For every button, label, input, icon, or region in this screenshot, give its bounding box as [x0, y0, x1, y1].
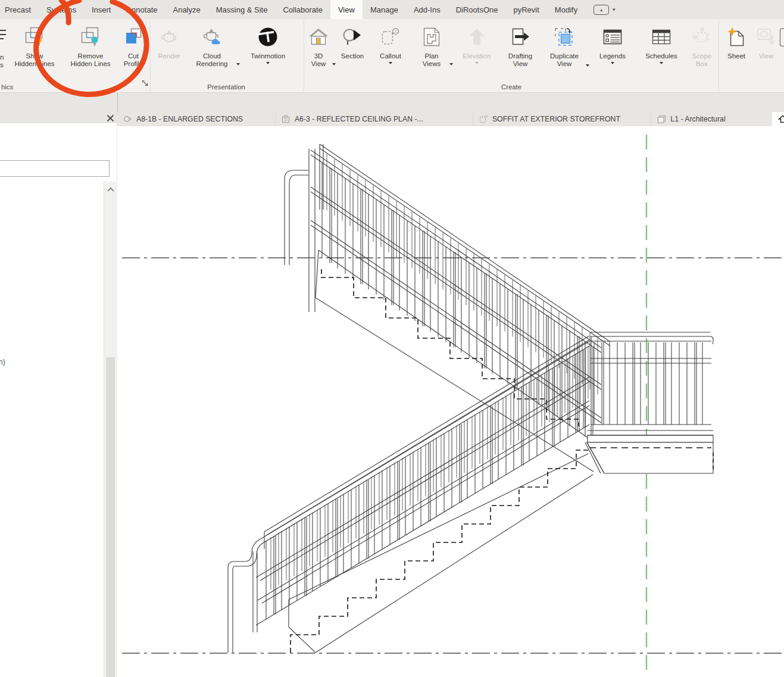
drawing-area[interactable]	[117, 126, 784, 677]
twinmotion-dropdown[interactable]	[266, 62, 270, 64]
render-icon	[160, 29, 178, 45]
button-label: Rendering	[196, 60, 227, 68]
scrollbar-thumb[interactable]	[106, 357, 115, 677]
elevation-dropdown	[475, 62, 479, 64]
hidden-steps-lower	[291, 450, 588, 653]
ribbon-tab-analyze[interactable]: Analyze	[165, 0, 208, 19]
scroll-up-button[interactable]	[104, 184, 117, 195]
lower-flight	[228, 336, 593, 653]
group-label-create: Create	[306, 83, 717, 91]
browser-panel-body: n)	[0, 122, 117, 677]
button-label: Render	[158, 52, 180, 60]
duplicate-view-button[interactable]: Duplicate View	[542, 21, 587, 68]
3d-view-icon	[308, 27, 329, 46]
view-tab-l1[interactable]: L1 - Architectural	[651, 112, 772, 126]
revit-window: Precast Systems Insert Annotate Analyze …	[0, 0, 784, 677]
tree-item-clipped[interactable]: n)	[0, 358, 5, 366]
group-label-graphics: hics	[1, 83, 25, 91]
view-button: View	[752, 21, 780, 60]
elevation-button: Elevation	[457, 21, 496, 64]
show-hidden-lines-button[interactable]: Show Hidden Lines	[7, 21, 62, 68]
button-label: Duplicate	[550, 52, 579, 60]
button-label: Plan	[424, 52, 438, 60]
view-tab-a8-1b[interactable]: A8-1B - ENLARGED SECTIONS	[117, 112, 275, 126]
legends-icon	[602, 29, 623, 45]
elevation-icon	[467, 27, 486, 46]
button-label: Cloud	[203, 52, 221, 60]
ribbon-tab-dirootsone[interactable]: DiRootsOne	[448, 0, 506, 19]
sheet-button[interactable]: Sheet	[721, 21, 752, 60]
section-button[interactable]: Section	[335, 21, 370, 60]
callout-button[interactable]: Callout	[373, 21, 408, 64]
ribbon-tab-systems[interactable]: Systems	[39, 0, 84, 19]
floor-plan-icon	[657, 115, 666, 123]
view-tab-label: SOFFIT AT EXTERIOR STOREFRONT	[492, 115, 620, 123]
duplicate-view-dropdown[interactable]	[586, 64, 589, 67]
cloud-rendering-button[interactable]: Cloud Rendering	[189, 21, 235, 68]
button-label: Profile	[124, 60, 143, 68]
show-hidden-lines-icon	[24, 26, 45, 48]
browser-panel: n)	[0, 93, 118, 677]
section-icon	[342, 28, 363, 46]
ribbon-tab-pyrevit[interactable]: pyRevit	[506, 0, 547, 19]
legends-button[interactable]: Legends	[594, 21, 632, 64]
search-input[interactable]	[0, 160, 110, 177]
panel-scrollbar[interactable]	[104, 182, 117, 677]
view-tab-label: A6-3 - REFLECTED CEILING PLAN -...	[295, 115, 423, 123]
button-label: Hidden Lines	[14, 60, 54, 68]
dialog-launcher-icon[interactable]	[142, 80, 149, 87]
button-label: Schedules	[645, 52, 677, 60]
ribbon-tab-collaborate[interactable]: Collaborate	[275, 0, 330, 19]
button-label: View	[557, 60, 572, 68]
button-label: Drafting	[508, 52, 532, 60]
schedules-button[interactable]: Schedules	[636, 21, 686, 64]
ribbon-tab-annotate[interactable]: Annotate	[118, 0, 165, 19]
twinmotion-icon	[255, 24, 280, 49]
twinmotion-button[interactable]: Twinmotion	[238, 21, 298, 64]
landing	[585, 332, 713, 473]
drafting-view-button[interactable]: Drafting View	[501, 21, 540, 68]
legends-dropdown[interactable]	[611, 62, 614, 64]
button-label: Hidden Lines	[70, 60, 110, 68]
plan-views-button[interactable]: Plan Views	[414, 21, 449, 68]
button-label: Callout	[380, 52, 401, 60]
ribbon-tab-precast[interactable]: Precast	[0, 0, 39, 19]
ribbon-display-toggle[interactable]: ▲ ▼	[594, 0, 616, 19]
callout-icon	[381, 27, 400, 46]
view-tab-bar: A8-1B - ENLARGED SECTIONS A6-3 - REFLECT…	[117, 112, 784, 126]
cut-profile-button[interactable]: Cut Profile	[119, 21, 148, 68]
view-icon	[756, 27, 776, 46]
sheet-icon	[727, 27, 746, 47]
ribbon-tab-bar: Precast Systems Insert Annotate Analyze …	[0, 0, 784, 19]
button-label: Box	[696, 60, 708, 68]
button-label: Elevation	[463, 52, 491, 60]
schedules-icon	[651, 29, 671, 45]
view-tab-label: L1 - Architectural	[670, 115, 725, 123]
thin-lines-icon[interactable]	[0, 29, 7, 42]
ribbon-tab-view[interactable]: View	[330, 0, 363, 19]
view-tab-south[interactable]: South	[772, 112, 784, 126]
button-label: Remove	[78, 52, 104, 60]
scope-box-icon	[692, 27, 711, 46]
chevron-down-icon: ▼	[611, 7, 616, 13]
button-label: View	[759, 52, 774, 60]
callout-view-icon	[479, 115, 488, 123]
ribbon-tab-manage[interactable]: Manage	[363, 0, 406, 19]
3d-view-button[interactable]: 3D View	[304, 21, 333, 68]
remove-hidden-lines-icon	[80, 26, 101, 48]
3d-view-dropdown[interactable]	[332, 63, 336, 65]
ribbon-tab-addins[interactable]: Add-Ins	[406, 0, 448, 19]
view-tab-soffit[interactable]: SOFFIT AT EXTERIOR STOREFRONT	[473, 112, 651, 126]
plan-views-icon	[422, 27, 441, 47]
ribbon-tab-insert[interactable]: Insert	[84, 0, 119, 19]
schedules-dropdown[interactable]	[660, 62, 663, 64]
plan-views-dropdown[interactable]	[449, 63, 453, 65]
render-button: Render	[153, 21, 185, 60]
ribbon-tab-modify[interactable]: Modify	[547, 0, 585, 19]
view-tab-a6-3[interactable]: A6-3 - REFLECTED CEILING PLAN -...	[275, 112, 473, 126]
remove-hidden-lines-button[interactable]: Remove Hidden Lines	[63, 21, 118, 68]
group-separator	[719, 20, 719, 91]
callout-dropdown[interactable]	[389, 62, 392, 64]
group-separator	[150, 20, 151, 91]
ribbon-tab-massing-site[interactable]: Massing & Site	[208, 0, 276, 19]
